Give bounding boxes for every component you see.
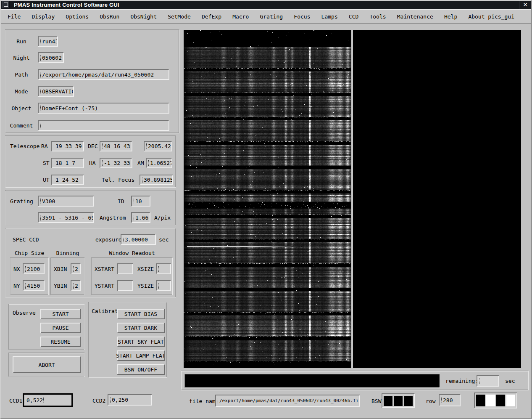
st-field[interactable]: 18 1 7	[51, 158, 84, 168]
start-lamp-flat-button[interactable]: START LAMP FLAT	[117, 350, 165, 361]
night-field[interactable]: 050602	[38, 52, 64, 63]
ra-field[interactable]: 19 33 39	[51, 141, 84, 151]
menu-item-defexp[interactable]: DefExp	[202, 13, 221, 20]
start-button[interactable]: START	[40, 309, 81, 319]
status-square	[506, 395, 515, 406]
menu-item-maintenance[interactable]: Maintenance	[397, 13, 433, 20]
dec-field[interactable]: 48 16 43	[100, 141, 132, 151]
window-title: PMAS Instrument Control Software GUI	[14, 2, 119, 8]
grating-name-field[interactable]: V300	[38, 196, 94, 207]
path-label: Path	[8, 72, 35, 78]
start-dark-button[interactable]: START DARK	[117, 323, 165, 333]
menu-item-options[interactable]: Options	[66, 13, 89, 20]
menu-item-ccd[interactable]: CCD	[349, 13, 358, 20]
menu-item-grating[interactable]: Grating	[260, 13, 283, 20]
grating-id-field[interactable]: 10	[131, 196, 150, 207]
remaining-label: remaining:	[445, 378, 478, 384]
ut-field[interactable]: 1 24 52	[51, 175, 84, 185]
menu-item-obsrun[interactable]: ObsRun	[100, 13, 119, 20]
chip-size-header: Chip Size	[10, 250, 49, 256]
spec-ccd-panel: SPEC CCD exposure 3.00000 sec Chip Size …	[5, 228, 176, 298]
comment-label: Comment	[8, 122, 35, 129]
abort-button[interactable]: ABORT	[13, 356, 81, 373]
status-square	[496, 395, 505, 406]
start-sky-flat-button[interactable]: START SKY FLAT	[117, 337, 165, 347]
menu-item-obsnight[interactable]: ObsNight	[130, 13, 157, 20]
progress-panel: remaining: sec	[181, 371, 529, 390]
dispersion-field[interactable]: 1.66	[131, 212, 150, 223]
exposure-progress-bar	[184, 374, 440, 388]
xsize-field[interactable]	[156, 263, 171, 274]
start-bias-button[interactable]: START BIAS	[117, 309, 165, 319]
ccd1-field[interactable]: 0,522	[23, 393, 73, 407]
exposure-sec-label: sec	[159, 236, 169, 243]
status-square	[384, 396, 392, 406]
exposure-field[interactable]: 3.00000	[121, 234, 156, 245]
ut-label: UT	[43, 177, 50, 183]
night-label: Night	[8, 55, 35, 61]
mode-field[interactable]: OBSERVATION	[38, 86, 74, 97]
abort-panel: ABORT	[8, 353, 85, 377]
ny-field[interactable]: 4150	[23, 280, 45, 291]
path-field[interactable]: /export/home/pmas/dat/run43_050602	[38, 69, 169, 80]
ybin-field[interactable]: 2	[71, 280, 81, 291]
ccd2-label: CCD2	[92, 398, 105, 404]
ccd2-field[interactable]: 0,250	[108, 394, 152, 406]
pause-button[interactable]: PAUSE	[40, 323, 81, 333]
window-readout-header: Window Readout	[91, 250, 173, 256]
row-field[interactable]: 280	[439, 394, 461, 406]
window-menu-icon[interactable]	[2, 1, 10, 8]
ha-field[interactable]: -1 32 33	[100, 158, 132, 168]
bsw-on-off-button[interactable]: BSW ON/OFF	[117, 364, 165, 375]
menu-item-file[interactable]: File	[8, 13, 21, 20]
tel-focus-field[interactable]: 30.898125	[140, 175, 173, 185]
file-name-label: file name	[189, 398, 219, 404]
menu-item-help[interactable]: Help	[444, 13, 457, 20]
status-square	[486, 395, 495, 406]
file-name-field[interactable]: /export/home/pmas/dat/run43_050602/run43…	[215, 395, 360, 407]
exposure-label: exposure	[95, 236, 122, 243]
xbin-field[interactable]: 2	[71, 263, 81, 274]
grating-range-field[interactable]: 3591 - 5316 - 6995	[38, 212, 94, 223]
telescope-label: Telescope	[10, 143, 40, 149]
menu-item-focus[interactable]: Focus	[294, 13, 310, 20]
menu-item-tools[interactable]: Tools	[369, 13, 386, 20]
xstart-field[interactable]	[117, 263, 133, 274]
ystart-label: YSTART	[95, 283, 114, 289]
menu-item-display[interactable]: Display	[32, 13, 55, 20]
menu-item-about-pics-gui[interactable]: About pics_gui	[468, 13, 514, 20]
calibrate-panel: Calibrate START BIASSTART DARKSTART SKY …	[88, 302, 167, 378]
run-label: Run	[8, 38, 35, 45]
remaining-field[interactable]	[477, 375, 499, 387]
object-field[interactable]: DomeFF+Cont (-75)	[38, 103, 169, 114]
menu-item-lamps[interactable]: Lamps	[321, 13, 338, 20]
info-panel: Run run43 Night 050602 Path /export/home…	[5, 29, 179, 133]
close-icon[interactable]: ✕	[519, 0, 531, 9]
resume-button[interactable]: RESUME	[40, 337, 81, 347]
title-bar: PMAS Instrument Control Software GUI ✕	[0, 0, 532, 9]
menu-item-setmode[interactable]: SetMode	[168, 13, 191, 20]
ybin-label: YBIN	[54, 283, 67, 289]
bsw-indicator-panel	[382, 393, 415, 408]
am-field[interactable]: 1.06527	[146, 158, 172, 168]
spec-ccd-label: SPEC CCD	[13, 236, 39, 243]
ccd-image-display[interactable]	[184, 30, 521, 368]
ysize-label: YSIZE	[137, 283, 154, 289]
observe-panel: Observe START PAUSE RESUME	[8, 304, 85, 350]
grating-label: Grating	[10, 198, 33, 204]
equinox-field[interactable]: 2005.42	[144, 141, 172, 151]
ysize-field[interactable]	[156, 280, 171, 291]
binning-header: Binning	[49, 250, 87, 256]
dec-label: DEC	[88, 143, 97, 149]
status-square	[476, 395, 485, 406]
apix-label: A/pix	[154, 215, 171, 221]
xstart-label: XSTART	[95, 266, 114, 272]
chip-size-box: NX 2100 NY 4150	[10, 257, 49, 295]
run-field[interactable]: run43	[38, 36, 58, 47]
tel-focus-label: Tel. Focus	[102, 177, 134, 183]
menu-item-macro[interactable]: Macro	[232, 13, 249, 20]
comment-field[interactable]	[38, 120, 169, 131]
observe-label: Observe	[13, 310, 36, 316]
nx-field[interactable]: 2100	[23, 263, 45, 274]
ystart-field[interactable]	[117, 280, 133, 291]
